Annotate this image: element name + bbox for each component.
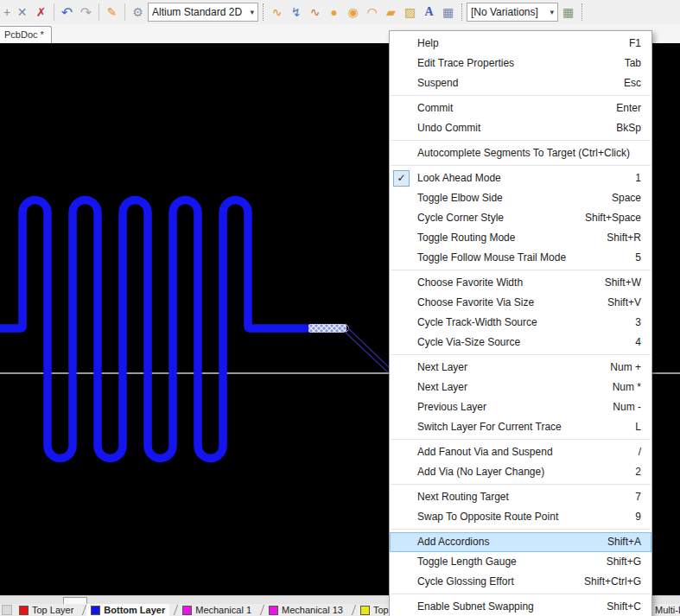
layer-tab-top-layer[interactable]: Top Layer [15,604,78,616]
menu-item-previous-layer[interactable]: Previous Layer Num - [390,397,651,417]
layer-tab-bottom-layer[interactable]: Bottom Layer [86,604,169,616]
menu-separator [391,270,651,270]
undo-icon[interactable]: ↶ [58,3,76,22]
menu-item-toggle-follow-mouse-trail-mode[interactable]: Toggle Follow Mouse Trail Mode 5 [390,248,651,268]
place-fill-icon[interactable]: ▰ [382,3,400,22]
chevron-down-icon: ▾ [550,8,554,16]
menu-item-undo-commit[interactable]: Undo Commit BkSp [390,118,651,138]
menu-item-choose-favorite-width[interactable]: Choose Favorite Width Shift+W [390,273,651,293]
menu-item-next-routing-target[interactable]: Next Routing Target 7 [390,487,651,507]
variations-combo[interactable]: [No Variations] ▾ [467,3,558,22]
menu-item-switch-layer-for-current-trace[interactable]: Switch Layer For Current Trace L [390,417,651,437]
autoroute-icon[interactable]: ⚙ [129,3,147,22]
clear-marks-icon[interactable]: ✗ [32,3,50,22]
menu-item-add-fanout-via-and-suspend[interactable]: Add Fanout Via and Suspend / [390,442,651,462]
toolbar-separator [124,3,125,21]
menu-item-swap-to-opposite-route-point[interactable]: Swap To Opposite Route Point 9 [390,507,651,527]
layer-color-swatch [182,606,192,615]
menu-item-cycle-corner-style[interactable]: Cycle Corner Style Shift+Space [390,208,651,228]
layer-tab-label: Top Layer [32,605,73,615]
layer-tab-label: Multi-Layer [655,605,680,615]
redo-icon[interactable]: ↷ [77,3,95,22]
menu-item-look-ahead-mode[interactable]: ✓ Look Ahead Mode 1 [390,168,651,188]
menu-item-cycle-glossing-effort[interactable]: Cycle Glossing Effort Shift+Ctrl+G [390,572,651,592]
layer-tab-label: Bottom Layer [104,605,165,615]
menu-item-toggle-length-gauge[interactable]: Toggle Length Gauge Shift+G [390,552,651,572]
layer-tab-label: Mechanical 1 [195,605,251,615]
cursor-cross-icon[interactable]: + [2,3,12,22]
layer-tab-mechanical-1[interactable]: Mechanical 1 [178,604,256,616]
layer-tab-separator [256,605,264,615]
serpentine-trace [0,200,308,459]
layer-color-swatch [269,606,278,615]
layer-color-swatch [91,606,100,615]
view-configuration-value: Altium Standard 2D [152,6,242,18]
place-string-icon[interactable]: A [420,3,438,22]
break-net-icon[interactable]: ✕ [13,3,31,22]
layer-color-swatch [19,606,29,615]
route-differential-icon[interactable]: ∿ [306,3,324,22]
menu-separator [391,95,651,96]
menu-item-next-layer-plus[interactable]: Next Layer Num + [390,358,651,378]
menu-item-edit-trace-properties[interactable]: Edit Trace Properties Tab [390,54,651,73]
place-via-icon[interactable]: ◉ [344,3,362,22]
menu-item-help[interactable]: Help F1 [390,34,651,54]
toolbar-grip[interactable] [263,3,264,21]
menu-item-suspend[interactable]: Suspend Esc [390,73,651,93]
toolbar-separator [99,3,99,21]
main-toolbar: + ✕ ✗ ↶ ↷ ✎ ⚙ Altium Standard 2D ▾ ∿ ↯ ∿… [0,0,680,25]
routing-context-menu: Help F1 Edit Trace Properties Tab Suspen… [389,30,652,616]
menu-item-autocomplete-segments[interactable]: Autocomplete Segments To Target (Ctrl+Cl… [390,143,651,163]
interactive-route-icon[interactable]: ∿ [268,3,286,22]
place-room-icon[interactable]: ▨ [401,3,419,22]
layer-tab-separator [169,605,178,615]
menu-item-toggle-elbow-side[interactable]: Toggle Elbow Side Space [390,188,651,208]
layer-tab-separator [347,605,356,615]
menu-item-cycle-via-size-source[interactable]: Cycle Via-Size Source 4 [390,333,651,352]
menu-separator [391,140,651,141]
toolbar-separator [54,3,54,21]
chevron-down-icon: ▾ [250,8,254,16]
select-arrow-icon[interactable]: ↯ [287,3,305,22]
variations-value: [No Variations] [471,6,538,18]
layer-tab-label: Mechanical 13 [282,605,343,615]
menu-item-enable-subnet-swapping[interactable]: Enable Subnet Swapping Shift+C [390,597,651,616]
menu-item-toggle-routing-mode[interactable]: Toggle Routing Mode Shift+R [390,228,651,248]
pencil-icon[interactable]: ✎ [103,3,121,22]
menu-separator [391,165,651,166]
look-ahead-guide-line [345,332,388,372]
menu-separator [391,354,651,355]
layer-tab-separator [78,605,86,615]
menu-separator [391,484,651,485]
board-3d-icon[interactable]: ▦ [559,3,577,22]
document-tab-pcbdoc[interactable]: PcbDoc * [0,26,52,43]
view-configuration-combo[interactable]: Altium Standard 2D ▾ [148,3,258,22]
menu-item-add-accordions[interactable]: Add Accordions Shift+A [390,532,651,552]
place-component-icon[interactable]: ▦ [439,3,457,22]
layer-scroll-button[interactable] [2,605,12,615]
menu-separator [391,529,651,530]
toolbar-grip[interactable] [461,3,462,21]
look-ahead-guide-line [348,328,391,369]
menu-item-next-layer-star[interactable]: Next Layer Num * [390,378,651,397]
menu-item-choose-favorite-via-size[interactable]: Choose Favorite Via Size Shift+V [390,293,651,313]
layer-tab-mechanical-13[interactable]: Mechanical 13 [264,604,347,616]
menu-separator [391,594,651,594]
menu-item-commit[interactable]: Commit Enter [390,98,651,118]
menu-item-add-via-no-layer-change[interactable]: Add Via (No Layer Change) 2 [390,462,651,482]
menu-item-cycle-track-width-source[interactable]: Cycle Track-Width Source 3 [390,313,651,333]
check-icon: ✓ [393,170,410,187]
place-pad-icon[interactable]: ● [325,3,343,22]
toolbar-grip[interactable] [581,3,582,21]
place-arc-icon[interactable]: ◠ [363,3,381,22]
menu-separator [391,439,651,440]
layer-color-swatch [360,606,370,615]
